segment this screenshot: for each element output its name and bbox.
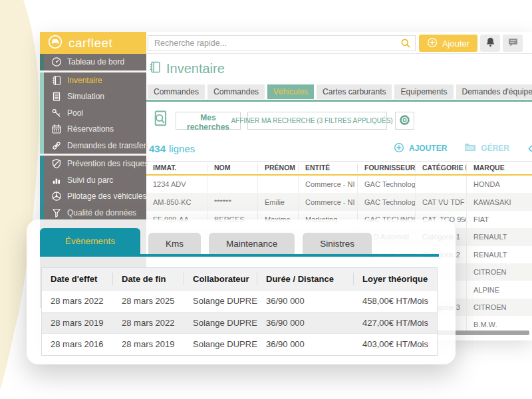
sidebar-item-label: Suivi du parc: [67, 176, 113, 185]
table-cell: CITROEN: [466, 299, 532, 316]
table-cell: Solange DUPRE: [184, 339, 257, 349]
sidebar-item-label: Inventaire: [67, 76, 102, 85]
calendar-icon: [51, 124, 62, 134]
table-row: 28 mars 202228 mars 2025Solange DUPRE36/…: [42, 290, 437, 312]
bell-icon: [485, 37, 496, 50]
brand-name: carfleet: [68, 36, 112, 51]
table-cell: 458,00€ HT/Mois: [354, 296, 437, 306]
sidebar-item-tableau-de-bord[interactable]: Tableau de bord: [40, 54, 146, 70]
detail-tab-kms[interactable]: Kms: [148, 233, 201, 254]
settings-button[interactable]: [395, 112, 414, 130]
sidebar-item-r-servations[interactable]: Réservations: [40, 121, 146, 138]
gear-icon: [399, 114, 410, 128]
table-cell: ALPINE: [466, 281, 532, 298]
topbar: Ajouter: [146, 32, 532, 54]
table-cell: Commerce - NI: [298, 193, 357, 210]
tab-commandes[interactable]: Commandes: [207, 84, 265, 99]
sidebar-item-inventaire[interactable]: Inventaire: [40, 72, 146, 89]
table-cell: GAC Technolog: [357, 176, 415, 193]
tab-v-hicules[interactable]: Véhicules: [267, 84, 314, 99]
sidebar-item-qualit-de-donn-es[interactable]: Qualité de données: [40, 205, 146, 221]
detail-tab--v-nements[interactable]: Évènements: [40, 228, 140, 254]
table-cell: Emilie: [257, 193, 298, 210]
table-cell: 28 mars 2019: [42, 318, 113, 328]
messages-button[interactable]: [503, 35, 523, 52]
brand-logo[interactable]: carfleet: [40, 32, 146, 54]
add-button[interactable]: Ajouter: [419, 35, 477, 52]
table-cell: AM-850-KC: [146, 193, 207, 210]
tab-underline: [146, 100, 532, 102]
calculator-icon: [51, 91, 62, 102]
table-cell: 28 mars 2022: [113, 318, 184, 328]
sidebar-item-pool[interactable]: Pool: [40, 105, 146, 122]
refine-search-label: AFFINER MA RECHERCHE (3 FILTRES APPLIQUÉ…: [231, 117, 392, 124]
list-toolbar: 434 lignes AJOUTER GÉRER: [149, 140, 532, 157]
table-cell: [257, 176, 298, 193]
sidebar-item-label: Tableau de bord: [67, 57, 124, 66]
sidebar-item-label: Simulation: [67, 92, 104, 101]
events-table: Date d'effetDate de finCollaborateurDuré…: [41, 267, 438, 356]
sidebar-item-simulation[interactable]: Simulation: [40, 88, 146, 105]
tab-cartes-carburants[interactable]: Cartes carburants: [317, 84, 392, 99]
magnifier-icon[interactable]: [400, 38, 411, 49]
column-header: MARQUE: [466, 164, 532, 172]
car-icon: [48, 35, 63, 52]
table-cell: 427,00€ HT/Mois: [354, 318, 437, 328]
detail-tab-maintenance[interactable]: Maintenance: [209, 233, 295, 254]
tab-equipements[interactable]: Equipements: [394, 84, 453, 99]
tab-commandes[interactable]: Commandes: [148, 84, 205, 99]
column-header: Collaborateur: [184, 273, 257, 285]
sidebar-item-demandes-de-transfert[interactable]: Demandes de transfert: [40, 138, 146, 154]
notifications-button[interactable]: [480, 35, 500, 52]
doc-search-icon[interactable]: [152, 110, 169, 127]
search-input[interactable]: [148, 35, 416, 51]
quick-search: [148, 35, 416, 51]
manage-button[interactable]: GÉRER: [464, 142, 509, 154]
table-cell: KAWASAKI: [466, 193, 532, 210]
table-cell: 28 mars 2022: [42, 296, 113, 306]
table-row[interactable]: 1234 ADVCommerce - NIGAC TechnologHONDA: [146, 176, 532, 193]
table-cell: 36/90 000: [257, 318, 354, 328]
funnel-icon: [51, 207, 62, 218]
sidebar-item-label: Qualité de données: [67, 208, 136, 217]
sidebar-item-suivi-du-parc[interactable]: Suivi du parc: [40, 172, 146, 189]
tab-demandes-d-quipements[interactable]: Demandes d'équipements: [456, 84, 532, 99]
table-cell: 36/90 000: [257, 296, 354, 306]
table-cell: CITROEN: [466, 263, 532, 281]
table-cell: Solange DUPRE: [184, 296, 257, 306]
table-row[interactable]: AM-850-KC******EmilieCommerce - NIGAC Te…: [146, 193, 532, 210]
page-header: Inventaire: [148, 61, 225, 76]
column-header: Date de fin: [113, 273, 184, 285]
column-header: CATÉGORIE INTER: [415, 164, 466, 172]
key-icon: [51, 108, 62, 118]
gauge-icon: [51, 57, 62, 67]
table-cell: RENAULT: [466, 228, 532, 245]
detail-card-tabs: ÉvènementsKmsMaintenanceSinistres: [40, 228, 372, 254]
chat-icon: [507, 37, 519, 50]
refine-search-dropdown[interactable]: AFFINER MA RECHERCHE (3 FILTRES APPLIQUÉ…: [247, 112, 387, 130]
detail-tab-underline: [40, 254, 439, 257]
events-table-header: Date d'effetDate de finCollaborateurDuré…: [42, 268, 437, 290]
module-tabs: CommandesCommandesVéhiculesCartes carbur…: [148, 84, 532, 99]
add-row-label: AJOUTER: [409, 144, 447, 153]
table-cell: HONDA: [466, 176, 532, 193]
add-row-button[interactable]: AJOUTER: [394, 142, 447, 155]
sidebar-group-strip: [40, 138, 44, 154]
eye-icon[interactable]: [527, 143, 532, 154]
plus-circle-icon: [427, 37, 438, 50]
link-icon: [51, 140, 62, 151]
manage-label: GÉRER: [481, 144, 509, 153]
row-count: 434: [149, 143, 166, 154]
table-cell: 28 mars 2025: [113, 296, 184, 306]
column-header: ENTITÉ: [298, 164, 357, 172]
sidebar-item-pilotage-des-v-hicules[interactable]: Pilotage des véhicules: [40, 188, 146, 205]
detail-card: ÉvènementsKmsMaintenanceSinistres Date d…: [27, 219, 456, 364]
sidebar-group-strip: [40, 54, 44, 70]
table-cell: 28 mars 2019: [113, 339, 184, 349]
table-cell: [207, 176, 257, 193]
sidebar-group-strip: [40, 72, 44, 89]
sidebar-item-pr-vention-des-risques[interactable]: Prévention des risques: [40, 156, 146, 172]
column-header: FOURNISSEUR: [357, 164, 415, 172]
detail-tab-sinistres[interactable]: Sinistres: [303, 233, 372, 254]
table-cell: 1234 ADV: [146, 176, 207, 193]
